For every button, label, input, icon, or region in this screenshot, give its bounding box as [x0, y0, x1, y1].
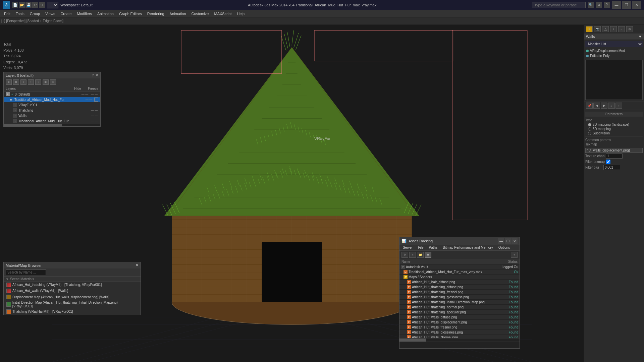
layers-icon-create[interactable]: ≡: [6, 79, 12, 85]
radio-2d-mapping[interactable]: 2D mapping (landscape): [588, 123, 643, 126]
at-row-thatching-specular[interactable]: P African_Hut_thatching_specular.png Fou…: [399, 310, 520, 315]
modifier-item-vray-displacement[interactable]: VRayDisplacementMod: [584, 48, 644, 53]
panel-dropdown-arrow[interactable]: ▼: [638, 35, 642, 39]
nav-icon-home[interactable]: ⌂: [608, 103, 615, 109]
at-menu-options[interactable]: Options: [496, 245, 513, 250]
mat-item-walls[interactable]: African_Hut_walls (VRayMtl） [Walls]: [4, 288, 141, 294]
at-row-walls-fresnel[interactable]: P African_Hut_walls_fresnel.png Found: [399, 325, 520, 330]
nav-icon-up[interactable]: ↑: [615, 103, 622, 109]
panel-icon-camera[interactable]: 📷: [594, 26, 601, 32]
restore-button[interactable]: ❐: [622, 1, 631, 9]
layer-row-mud-hut[interactable]: ■ Traditional_African_Mud_Hut_Fur — —: [4, 97, 100, 102]
at-row-walls-glossiness[interactable]: P African_Hut_walls_glossiness.png Found: [399, 330, 520, 335]
material-browser-titlebar[interactable]: Material/Map Browser ✕: [4, 262, 141, 268]
at-row-maxfile[interactable]: M Traditional_African_Mud_Hut_Fur_max_vr…: [399, 269, 520, 275]
open-icon[interactable]: 📂: [19, 2, 25, 8]
keyword-search-input[interactable]: [532, 2, 586, 8]
filter-texmap-checkbox[interactable]: [606, 160, 610, 164]
layers-icon-delete[interactable]: ✕: [13, 79, 19, 85]
menu-tools[interactable]: Tools: [13, 11, 27, 16]
material-browser-close[interactable]: ✕: [136, 263, 139, 267]
at-row-thatching-fresnel[interactable]: P African_Hut_thatching_fresnel.png Foun…: [399, 290, 520, 295]
nav-icon-pin[interactable]: 📌: [586, 103, 593, 109]
settings-icon[interactable]: ⚙: [596, 2, 602, 8]
layers-help-button[interactable]: ?: [92, 73, 94, 77]
menu-graph-editors[interactable]: Graph Editors: [116, 11, 145, 16]
panel-icon-system[interactable]: ⚙: [626, 26, 633, 32]
material-search-input[interactable]: [6, 269, 46, 275]
at-icon-active[interactable]: ■: [425, 252, 431, 258]
menu-animation[interactable]: Animation: [95, 11, 116, 16]
asset-tracking-titlebar[interactable]: 📊 Asset Tracking — ❐ ✕: [399, 237, 520, 245]
layers-dialog-titlebar[interactable]: Layer: 0 (default) ? ✕: [4, 72, 100, 78]
layer-row-default[interactable]: ≡ ✓ 0 (default) — — — —: [4, 92, 100, 97]
at-icon-refresh[interactable]: ↻: [401, 252, 408, 258]
viewport[interactable]: Total Polys: 4,108 Tris: 6,024 Edges: 10…: [0, 25, 584, 362]
mat-item-thatching[interactable]: African_Hut_thatching (VRayMtl） [Thatchi…: [4, 282, 141, 288]
scene-materials-section[interactable]: ▼ Scene Materials: [4, 277, 141, 282]
filter-blur-input[interactable]: [603, 165, 620, 170]
at-row-thatching-direction[interactable]: P African_Hut_thatching_Initial_Directio…: [399, 300, 520, 305]
minimize-button[interactable]: —: [612, 1, 621, 9]
at-icon-help[interactable]: ?: [511, 252, 518, 258]
panel-icon-space-warp[interactable]: ~: [618, 26, 625, 32]
nav-icon-prev[interactable]: ◀: [593, 103, 600, 109]
texture-chan-input[interactable]: [606, 154, 623, 159]
at-row-thatching-normal[interactable]: P African_Hut_thatching_normal.png Found: [399, 305, 520, 310]
layers-icon-move-up[interactable]: ↑: [28, 79, 34, 85]
at-row-walls-diffuse[interactable]: P African_Hut_walls_diffuse.png Found: [399, 315, 520, 320]
at-minimize-button[interactable]: —: [498, 238, 504, 244]
layers-icon-add[interactable]: +: [20, 79, 26, 85]
menu-customize[interactable]: Customize: [189, 11, 212, 16]
help-icon[interactable]: ?: [604, 2, 610, 8]
at-menu-paths[interactable]: Paths: [426, 245, 440, 250]
at-row-vault[interactable]: V Autodesk Vault Logged Ou: [399, 264, 520, 269]
menu-modifiers[interactable]: Modifiers: [74, 11, 95, 16]
at-icon-path[interactable]: 📁: [417, 252, 424, 258]
panel-icon-geo[interactable]: △: [602, 26, 609, 32]
menu-create[interactable]: Create: [58, 11, 74, 16]
at-menu-bitmap[interactable]: Bitmap Performance and Memory: [440, 245, 496, 250]
mat-item-displacement[interactable]: Displacement Map (African_Hut_walls_disp…: [4, 294, 141, 300]
workspace-dropdown[interactable]: [47, 2, 58, 8]
undo-icon[interactable]: ↩: [32, 2, 38, 8]
panel-icon-light[interactable]: ☀: [586, 26, 593, 32]
menu-views[interactable]: Views: [43, 11, 58, 16]
layers-icon-unfreeze[interactable]: ☀: [50, 79, 56, 85]
at-row-hair-diffuse[interactable]: P African_Hut_hair_diffuse.png Found: [399, 280, 520, 285]
menu-rendering[interactable]: Rendering: [145, 11, 167, 16]
at-row-thatching-glossiness[interactable]: P African_Hut_thatching_glossiness.png F…: [399, 295, 520, 300]
mat-item-direction[interactable]: Initial Direction Map (African_Hut_thatc…: [4, 300, 141, 309]
menu-help[interactable]: Help: [234, 11, 247, 16]
at-row-maps-folder[interactable]: 📁 Maps / Shaders: [399, 275, 520, 280]
save-icon[interactable]: 💾: [25, 2, 32, 8]
at-restore-button[interactable]: ❐: [505, 238, 511, 244]
at-close-button[interactable]: ✕: [512, 238, 518, 244]
menu-group[interactable]: Group: [27, 11, 43, 16]
modifier-list-dropdown[interactable]: Modifier List: [585, 41, 643, 47]
at-row-walls-displacement[interactable]: P African_Hut_walls_displacement.png Fou…: [399, 320, 520, 325]
layers-scrollbar[interactable]: [4, 124, 100, 126]
mat-item-vrayhair[interactable]: Thatching (VRayHairMtl） [VRayFur001]: [4, 309, 141, 315]
menu-edit[interactable]: Edit: [1, 11, 13, 16]
at-menu-file[interactable]: File: [415, 245, 426, 250]
at-row-walls-normal[interactable]: P African_Hut_walls_Normal.png Found: [399, 335, 520, 338]
layer-row-vrayfur[interactable]: ◦ VRayFur001 — —: [4, 102, 100, 108]
texmap-input[interactable]: [585, 148, 643, 153]
layer-row-walls[interactable]: ◦ Walls — —: [4, 113, 100, 118]
radio-3d-mapping[interactable]: 3D mapping: [588, 127, 643, 131]
layer-row-mud-hut2[interactable]: ◦ Traditional_African_Mud_Hut_Fur — —: [4, 118, 100, 124]
at-scrollbar[interactable]: [399, 338, 520, 342]
search-icon[interactable]: 🔍: [588, 2, 594, 8]
at-row-thatching-diffuse[interactable]: P African_Hut_thatching_diffuse.png Foun…: [399, 285, 520, 290]
layers-close-button[interactable]: ✕: [95, 73, 98, 77]
radio-subdivision[interactable]: Subdivision: [588, 131, 643, 135]
layers-icon-freeze[interactable]: ❄: [43, 79, 49, 85]
panel-icon-helper[interactable]: +: [610, 26, 617, 32]
new-icon[interactable]: 📄: [12, 2, 18, 8]
menu-animation2[interactable]: Animation: [167, 11, 189, 16]
modifier-item-editable-poly[interactable]: Editable Poly: [584, 53, 644, 58]
menu-maxscript[interactable]: MAXScript: [212, 11, 234, 16]
layer-row-thatching[interactable]: ◦ Thatching — —: [4, 108, 100, 113]
redo-icon[interactable]: ↪: [39, 2, 45, 8]
